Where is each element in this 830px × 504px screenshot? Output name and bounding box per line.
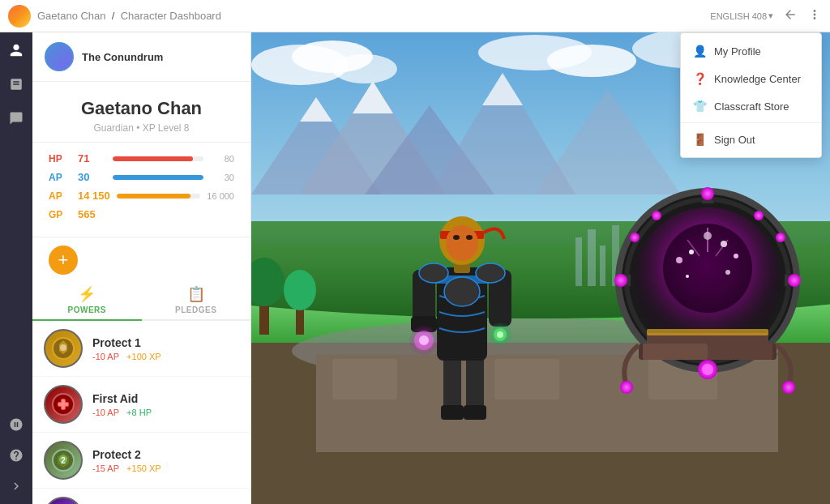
hp-label: HP bbox=[49, 153, 71, 164]
person-icon: 👤 bbox=[693, 45, 706, 58]
dropdown-menu: 👤 My Profile ❓ Knowledge Center 👕 Classc… bbox=[680, 32, 822, 158]
power-icon-protect2: 2 bbox=[44, 441, 83, 480]
dropdown-sign-out[interactable]: 🚪 Sign Out bbox=[681, 126, 821, 153]
add-action-button[interactable]: + bbox=[49, 246, 78, 275]
hp-bar-container bbox=[113, 156, 203, 161]
xp-max: 16 000 bbox=[207, 191, 234, 201]
sidebar-item-rocket[interactable] bbox=[6, 415, 26, 434]
power-icon-protect1 bbox=[44, 329, 83, 368]
power-name-first-aid: First Aid bbox=[92, 392, 239, 405]
breadcrumb-user[interactable]: Gaetano Chan bbox=[37, 10, 106, 22]
character-level: XP bbox=[143, 122, 156, 134]
dropdown-classcraft-store[interactable]: 👕 Classcraft Store bbox=[681, 92, 821, 120]
character-header: The Conundrum bbox=[32, 32, 250, 82]
character-name: Gaetano Chan bbox=[49, 98, 234, 119]
character-class-title: The Conundrum bbox=[82, 51, 163, 63]
ap-max: 30 bbox=[210, 173, 234, 182]
power-info-protect2: Protect 2 -15 AP +150 XP bbox=[92, 448, 239, 473]
separator: • bbox=[136, 122, 139, 134]
sidebar-item-inbox[interactable] bbox=[6, 75, 26, 94]
character-class: Guardian bbox=[93, 122, 133, 134]
sidebar-item-chat[interactable] bbox=[6, 109, 26, 128]
stat-row-gp: GP 565 bbox=[49, 208, 234, 220]
power-icon-first-aid bbox=[44, 385, 83, 424]
first-aid-hp-cost: +8 HP bbox=[126, 408, 152, 417]
xp-label: AP bbox=[49, 190, 71, 202]
protect2-ap-cost: -15 AP bbox=[92, 463, 119, 473]
dropdown-knowledge-center[interactable]: ❓ Knowledge Center bbox=[681, 65, 821, 92]
hp-max: 80 bbox=[210, 154, 234, 164]
notifications-icon[interactable] bbox=[783, 7, 798, 25]
svg-rect-6 bbox=[58, 403, 68, 406]
ap-bar bbox=[113, 175, 203, 180]
character-panel: The Conundrum Gaetano Chan Guardian • XP… bbox=[32, 32, 251, 504]
sidebar-item-expand[interactable] bbox=[6, 476, 26, 496]
knowledge-center-label: Knowledge Center bbox=[714, 73, 801, 85]
stats-section: HP 71 80 AP 30 30 AP 14 150 16 000 bbox=[32, 143, 250, 237]
protect1-xp-cost: +100 XP bbox=[126, 352, 161, 361]
left-sidebar bbox=[0, 32, 32, 504]
power-info-protect1: Protect 1 -10 AP +100 XP bbox=[92, 336, 239, 361]
hp-value: 71 bbox=[78, 152, 106, 164]
powers-list: Protect 1 -10 AP +100 XP First Aid bbox=[32, 321, 250, 504]
top-bar-right: ENGLISH 408 ▾ bbox=[710, 7, 822, 25]
power-item-protect1[interactable]: Protect 1 -10 AP +100 XP bbox=[32, 321, 250, 377]
power-costs-protect2: -15 AP +150 XP bbox=[92, 463, 239, 473]
breadcrumb: Gaetano Chan / Character Dashboard bbox=[37, 10, 221, 22]
protect1-ap-cost: -10 AP bbox=[92, 352, 119, 361]
breadcrumb-page: Character Dashboard bbox=[121, 10, 221, 22]
sign-out-label: Sign Out bbox=[714, 134, 755, 146]
power-item-first-aid[interactable]: First Aid -10 AP +8 HP bbox=[32, 377, 250, 433]
power-name-protect2: Protect 2 bbox=[92, 448, 239, 461]
svg-point-1 bbox=[60, 344, 66, 351]
power-info-first-aid: First Aid -10 AP +8 HP bbox=[92, 392, 239, 417]
settings-icon[interactable] bbox=[807, 7, 822, 25]
power-costs-first-aid: -10 AP +8 HP bbox=[92, 408, 239, 417]
sidebar-item-person[interactable] bbox=[6, 41, 26, 60]
sidebar-item-help[interactable] bbox=[6, 446, 26, 465]
xp-bar-container bbox=[117, 194, 201, 199]
svg-text:2: 2 bbox=[61, 456, 66, 465]
gp-label: GP bbox=[49, 209, 71, 220]
my-profile-label: My Profile bbox=[714, 45, 761, 58]
power-costs-protect1: -10 AP +100 XP bbox=[92, 352, 239, 361]
dropdown-my-profile[interactable]: 👤 My Profile bbox=[681, 37, 821, 65]
tabs-row: ⚡ POWERS 📋 PLEDGES bbox=[32, 279, 250, 321]
dropdown-divider bbox=[681, 122, 821, 123]
question-icon: ❓ bbox=[693, 72, 706, 85]
ap-label: AP bbox=[49, 172, 71, 183]
power-item-protect3[interactable]: 3 Protect 3 -20 AP +200 XP bbox=[32, 489, 250, 504]
tab-powers[interactable]: ⚡ POWERS bbox=[32, 279, 142, 321]
classcraft-store-label: Classcraft Store bbox=[714, 100, 789, 113]
power-item-protect2[interactable]: 2 Protect 2 -15 AP +150 XP bbox=[32, 433, 250, 489]
tab-pledges[interactable]: 📋 PLEDGES bbox=[142, 279, 251, 321]
character-subtitle: Guardian • XP Level 8 bbox=[49, 122, 234, 134]
stat-row-ap: AP 30 30 bbox=[49, 171, 234, 183]
protect2-xp-cost: +150 XP bbox=[126, 463, 161, 473]
character-avatar bbox=[45, 42, 74, 71]
pledges-tab-icon: 📋 bbox=[187, 285, 206, 303]
language-selector[interactable]: ENGLISH 408 ▾ bbox=[710, 11, 773, 21]
power-name-protect1: Protect 1 bbox=[92, 336, 239, 349]
xp-bar bbox=[117, 194, 190, 199]
signout-icon: 🚪 bbox=[693, 133, 706, 146]
xp-value: 14 150 bbox=[78, 190, 110, 202]
stat-row-hp: HP 71 80 bbox=[49, 152, 234, 164]
pledges-tab-label: PLEDGES bbox=[175, 305, 216, 314]
powers-tab-label: POWERS bbox=[68, 305, 106, 314]
first-aid-ap-cost: -10 AP bbox=[92, 408, 119, 417]
stat-row-xp: AP 14 150 16 000 bbox=[49, 190, 234, 202]
ap-bar-container bbox=[113, 175, 203, 180]
app-logo bbox=[8, 5, 31, 28]
power-icon-protect3: 3 bbox=[44, 497, 83, 504]
gp-value: 565 bbox=[78, 208, 106, 220]
store-icon: 👕 bbox=[693, 100, 706, 113]
character-info: Gaetano Chan Guardian • XP Level 8 bbox=[32, 82, 250, 143]
hp-bar bbox=[113, 156, 193, 161]
ap-value: 30 bbox=[78, 171, 106, 183]
top-bar: Gaetano Chan / Character Dashboard ENGLI… bbox=[0, 0, 830, 32]
powers-tab-icon: ⚡ bbox=[78, 285, 96, 303]
